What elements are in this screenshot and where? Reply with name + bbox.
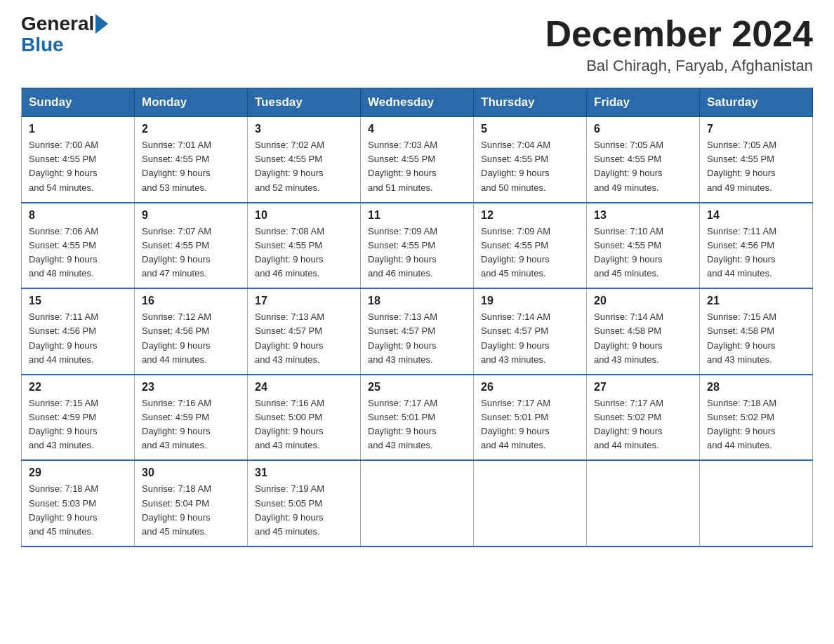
table-row: 23 Sunrise: 7:16 AMSunset: 4:59 PMDaylig…: [135, 375, 248, 461]
day-number: 6: [594, 123, 692, 135]
day-number: 28: [707, 381, 805, 394]
day-info: Sunrise: 7:01 AMSunset: 4:55 PMDaylight:…: [142, 140, 211, 192]
day-info: Sunrise: 7:10 AMSunset: 4:55 PMDaylight:…: [594, 226, 663, 279]
day-info: Sunrise: 7:00 AMSunset: 4:55 PMDaylight:…: [29, 140, 98, 192]
day-number: 1: [29, 123, 127, 135]
table-row: 3 Sunrise: 7:02 AMSunset: 4:55 PMDayligh…: [248, 117, 361, 203]
day-info: Sunrise: 7:13 AMSunset: 4:57 PMDaylight:…: [368, 311, 437, 364]
table-row: 20 Sunrise: 7:14 AMSunset: 4:58 PMDaylig…: [587, 288, 700, 375]
table-row: 30 Sunrise: 7:18 AMSunset: 5:04 PMDaylig…: [135, 460, 248, 546]
day-number: 15: [29, 295, 127, 307]
header-thursday: Thursday: [474, 88, 587, 117]
day-info: Sunrise: 7:05 AMSunset: 4:55 PMDaylight:…: [594, 140, 663, 192]
calendar-week-row: 8 Sunrise: 7:06 AMSunset: 4:55 PMDayligh…: [22, 203, 813, 289]
day-info: Sunrise: 7:19 AMSunset: 5:05 PMDaylight:…: [255, 483, 324, 536]
table-row: 24 Sunrise: 7:16 AMSunset: 5:00 PMDaylig…: [248, 375, 361, 461]
logo-blue-text: Blue: [21, 34, 64, 55]
day-info: Sunrise: 7:06 AMSunset: 4:55 PMDaylight:…: [29, 226, 98, 279]
day-info: Sunrise: 7:02 AMSunset: 4:55 PMDaylight:…: [255, 140, 324, 192]
subtitle: Bal Chiragh, Faryab, Afghanistan: [545, 57, 813, 75]
title-section: December 2024 Bal Chiragh, Faryab, Afgha…: [545, 14, 813, 75]
day-number: 21: [707, 295, 805, 307]
table-row: 31 Sunrise: 7:19 AMSunset: 5:05 PMDaylig…: [248, 460, 361, 546]
logo-arrow-icon: [95, 14, 108, 34]
day-number: 3: [255, 123, 353, 135]
table-row: 22 Sunrise: 7:15 AMSunset: 4:59 PMDaylig…: [22, 375, 135, 461]
page-header: General Blue December 2024 Bal Chiragh, …: [21, 14, 813, 75]
table-row: 4 Sunrise: 7:03 AMSunset: 4:55 PMDayligh…: [361, 117, 474, 203]
day-info: Sunrise: 7:09 AMSunset: 4:55 PMDaylight:…: [481, 226, 550, 279]
day-info: Sunrise: 7:18 AMSunset: 5:03 PMDaylight:…: [29, 483, 98, 536]
calendar-week-row: 29 Sunrise: 7:18 AMSunset: 5:03 PMDaylig…: [22, 460, 813, 546]
day-number: 16: [142, 295, 240, 307]
day-info: Sunrise: 7:15 AMSunset: 4:59 PMDaylight:…: [29, 398, 98, 450]
table-row: 10 Sunrise: 7:08 AMSunset: 4:55 PMDaylig…: [248, 203, 361, 289]
logo: General Blue: [21, 14, 110, 56]
table-row: 25 Sunrise: 7:17 AMSunset: 5:01 PMDaylig…: [361, 375, 474, 461]
day-number: 26: [481, 381, 579, 394]
logo-general-text: General: [21, 14, 94, 34]
table-row: [361, 460, 474, 546]
table-row: 21 Sunrise: 7:15 AMSunset: 4:58 PMDaylig…: [700, 288, 813, 375]
day-info: Sunrise: 7:05 AMSunset: 4:55 PMDaylight:…: [707, 140, 776, 192]
day-info: Sunrise: 7:07 AMSunset: 4:55 PMDaylight:…: [142, 226, 211, 279]
day-info: Sunrise: 7:14 AMSunset: 4:57 PMDaylight:…: [481, 311, 550, 364]
table-row: 2 Sunrise: 7:01 AMSunset: 4:55 PMDayligh…: [135, 117, 248, 203]
day-info: Sunrise: 7:17 AMSunset: 5:01 PMDaylight:…: [481, 398, 550, 450]
header-friday: Friday: [587, 88, 700, 117]
day-info: Sunrise: 7:16 AMSunset: 4:59 PMDaylight:…: [142, 398, 211, 450]
table-row: 7 Sunrise: 7:05 AMSunset: 4:55 PMDayligh…: [700, 117, 813, 203]
table-row: 6 Sunrise: 7:05 AMSunset: 4:55 PMDayligh…: [587, 117, 700, 203]
day-info: Sunrise: 7:12 AMSunset: 4:56 PMDaylight:…: [142, 311, 211, 364]
table-row: 28 Sunrise: 7:18 AMSunset: 5:02 PMDaylig…: [700, 375, 813, 461]
day-info: Sunrise: 7:16 AMSunset: 5:00 PMDaylight:…: [255, 398, 324, 450]
table-row: 8 Sunrise: 7:06 AMSunset: 4:55 PMDayligh…: [22, 203, 135, 289]
day-info: Sunrise: 7:11 AMSunset: 4:56 PMDaylight:…: [707, 226, 776, 279]
table-row: 9 Sunrise: 7:07 AMSunset: 4:55 PMDayligh…: [135, 203, 248, 289]
day-number: 31: [255, 467, 353, 479]
day-number: 7: [707, 123, 805, 135]
day-number: 8: [29, 209, 127, 222]
header-sunday: Sunday: [22, 88, 135, 117]
day-info: Sunrise: 7:03 AMSunset: 4:55 PMDaylight:…: [368, 140, 437, 192]
table-row: 1 Sunrise: 7:00 AMSunset: 4:55 PMDayligh…: [22, 117, 135, 203]
day-number: 20: [594, 295, 692, 307]
table-row: 5 Sunrise: 7:04 AMSunset: 4:55 PMDayligh…: [474, 117, 587, 203]
calendar-week-row: 22 Sunrise: 7:15 AMSunset: 4:59 PMDaylig…: [22, 375, 813, 461]
day-number: 10: [255, 209, 353, 222]
calendar-table: Sunday Monday Tuesday Wednesday Thursday…: [21, 88, 813, 547]
day-info: Sunrise: 7:13 AMSunset: 4:57 PMDaylight:…: [255, 311, 324, 364]
day-number: 14: [707, 209, 805, 222]
table-row: 18 Sunrise: 7:13 AMSunset: 4:57 PMDaylig…: [361, 288, 474, 375]
day-info: Sunrise: 7:15 AMSunset: 4:58 PMDaylight:…: [707, 311, 776, 364]
day-number: 22: [29, 381, 127, 394]
day-number: 5: [481, 123, 579, 135]
day-info: Sunrise: 7:09 AMSunset: 4:55 PMDaylight:…: [368, 226, 437, 279]
table-row: 27 Sunrise: 7:17 AMSunset: 5:02 PMDaylig…: [587, 375, 700, 461]
day-number: 24: [255, 381, 353, 394]
day-number: 30: [142, 467, 240, 479]
table-row: [474, 460, 587, 546]
table-row: 14 Sunrise: 7:11 AMSunset: 4:56 PMDaylig…: [700, 203, 813, 289]
day-number: 11: [368, 209, 466, 222]
table-row: 16 Sunrise: 7:12 AMSunset: 4:56 PMDaylig…: [135, 288, 248, 375]
day-info: Sunrise: 7:08 AMSunset: 4:55 PMDaylight:…: [255, 226, 324, 279]
header-wednesday: Wednesday: [361, 88, 474, 117]
table-row: 17 Sunrise: 7:13 AMSunset: 4:57 PMDaylig…: [248, 288, 361, 375]
table-row: 26 Sunrise: 7:17 AMSunset: 5:01 PMDaylig…: [474, 375, 587, 461]
day-number: 9: [142, 209, 240, 222]
day-info: Sunrise: 7:17 AMSunset: 5:02 PMDaylight:…: [594, 398, 663, 450]
day-info: Sunrise: 7:17 AMSunset: 5:01 PMDaylight:…: [368, 398, 437, 450]
day-number: 18: [368, 295, 466, 307]
day-number: 19: [481, 295, 579, 307]
day-info: Sunrise: 7:18 AMSunset: 5:04 PMDaylight:…: [142, 483, 211, 536]
header-tuesday: Tuesday: [248, 88, 361, 117]
day-number: 4: [368, 123, 466, 135]
day-info: Sunrise: 7:04 AMSunset: 4:55 PMDaylight:…: [481, 140, 550, 192]
main-title: December 2024: [545, 14, 813, 54]
day-number: 23: [142, 381, 240, 394]
day-number: 27: [594, 381, 692, 394]
table-row: 29 Sunrise: 7:18 AMSunset: 5:03 PMDaylig…: [22, 460, 135, 546]
table-row: [587, 460, 700, 546]
table-row: 12 Sunrise: 7:09 AMSunset: 4:55 PMDaylig…: [474, 203, 587, 289]
